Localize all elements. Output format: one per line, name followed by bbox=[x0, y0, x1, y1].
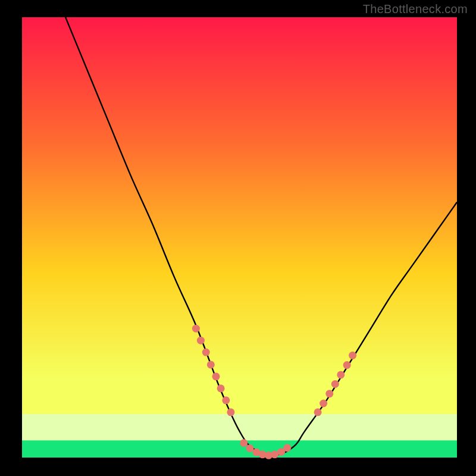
data-marker bbox=[337, 371, 345, 378]
data-marker bbox=[217, 384, 225, 392]
data-marker bbox=[227, 408, 234, 416]
data-marker bbox=[314, 408, 322, 416]
data-marker bbox=[197, 337, 205, 345]
data-marker bbox=[192, 325, 200, 333]
data-marker bbox=[207, 361, 215, 368]
plot-area bbox=[22, 17, 457, 458]
data-marker bbox=[202, 349, 210, 356]
watermark-text: TheBottleneck.com bbox=[363, 2, 468, 16]
data-marker bbox=[325, 390, 333, 397]
data-marker bbox=[343, 361, 351, 369]
data-marker bbox=[212, 372, 220, 380]
data-marker bbox=[320, 400, 327, 408]
data-marker bbox=[349, 352, 356, 359]
data-marker bbox=[222, 396, 230, 404]
data-marker bbox=[246, 444, 254, 452]
bottleneck-chart bbox=[0, 0, 476, 476]
chart-stage: TheBottleneck.com bbox=[0, 0, 476, 476]
data-marker bbox=[240, 439, 248, 447]
data-marker bbox=[331, 380, 339, 388]
data-marker bbox=[283, 444, 291, 452]
